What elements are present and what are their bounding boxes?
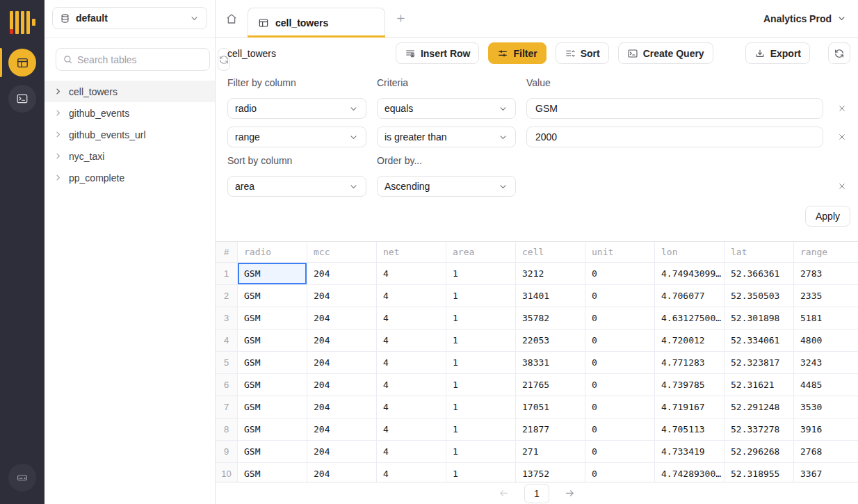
grid-header-mcc[interactable]: mcc [307,242,377,262]
row-number[interactable]: 9 [216,441,238,462]
remove-filter-2-button[interactable] [834,129,850,145]
grid-header-net[interactable]: net [377,242,446,262]
cell-radio[interactable]: GSM [238,352,307,373]
cell-lon[interactable]: 4.74289300… [655,463,725,482]
sidebar-item-github_events[interactable]: github_events [44,102,215,124]
filter-1-column-select[interactable]: radio [227,98,366,119]
cell-area[interactable]: 1 [446,418,516,440]
cell-range[interactable]: 2335 [794,285,858,307]
grid-header-radio[interactable]: radio [238,242,307,262]
grid-header-lon[interactable]: lon [655,242,725,262]
cell-area[interactable]: 1 [446,374,516,396]
cell-unit[interactable]: 0 [585,330,655,351]
cell-unit[interactable]: 0 [585,441,655,462]
cell-range[interactable]: 4800 [794,330,858,351]
cell-radio[interactable]: GSM [238,263,307,284]
cell-lon[interactable]: 4.706077 [655,285,725,307]
sidebar-item-pp_complete[interactable]: pp_complete [44,167,215,188]
cell-cell[interactable]: 17051 [516,396,585,418]
cell-radio[interactable]: GSM [238,307,307,329]
remove-filter-1-button[interactable] [834,100,850,117]
cell-radio[interactable]: GSM [238,374,307,396]
remove-sort-button[interactable] [834,178,850,195]
row-number[interactable]: 7 [216,396,238,418]
cell-mcc[interactable]: 204 [307,330,377,351]
cell-unit[interactable]: 0 [585,418,655,440]
filter-button[interactable]: Filter [488,42,546,64]
cell-area[interactable]: 1 [446,463,516,482]
cell-mcc[interactable]: 204 [307,441,377,462]
cell-cell[interactable]: 38331 [516,352,585,373]
cell-range[interactable]: 2768 [794,441,858,462]
next-page-button[interactable] [564,487,576,499]
cell-area[interactable]: 1 [446,285,516,307]
cell-cell[interactable]: 35782 [516,307,585,329]
cell-lon[interactable]: 4.771283 [655,352,725,373]
home-button[interactable] [225,13,238,25]
cell-cell[interactable]: 271 [516,441,585,462]
row-number[interactable]: 5 [216,352,238,373]
cell-cell[interactable]: 21877 [516,418,585,440]
grid-header-cell[interactable]: cell [516,242,585,262]
row-number[interactable]: 2 [216,285,238,307]
cell-mcc[interactable]: 204 [307,285,377,307]
sort-column-select[interactable]: area [227,176,366,197]
page-number[interactable]: 1 [524,484,549,503]
row-number[interactable]: 10 [216,463,238,482]
cell-net[interactable]: 4 [377,418,446,440]
export-button[interactable]: Export [745,42,810,64]
sidebar-item-nyc_taxi[interactable]: nyc_taxi [44,145,215,167]
cell-lat[interactable]: 52.318955 [725,463,794,482]
cell-area[interactable]: 1 [446,263,516,284]
create-query-button[interactable]: Create Query [618,42,713,64]
row-number[interactable]: 6 [216,374,238,396]
cell-range[interactable]: 2783 [794,263,858,284]
new-tab-button[interactable] [395,13,407,24]
cell-radio[interactable]: GSM [238,330,307,351]
apply-button[interactable]: Apply [805,206,850,227]
cell-mcc[interactable]: 204 [307,463,377,482]
cell-lat[interactable]: 52.296268 [725,441,794,462]
cell-unit[interactable]: 0 [585,463,655,482]
cell-mcc[interactable]: 204 [307,352,377,373]
cell-lat[interactable]: 52.291248 [725,396,794,418]
cell-net[interactable]: 4 [377,463,446,482]
cell-mcc[interactable]: 204 [307,374,377,396]
row-number[interactable]: 1 [216,263,238,284]
insert-row-button[interactable]: Insert Row [396,42,480,64]
cell-radio[interactable]: GSM [238,418,307,440]
sort-order-select[interactable]: Ascending [377,176,516,197]
row-number[interactable]: 4 [216,330,238,351]
cell-lat[interactable]: 52.334061 [725,330,794,351]
cell-net[interactable]: 4 [377,307,446,329]
cell-area[interactable]: 1 [446,352,516,373]
sidebar-item-cell_towers[interactable]: cell_towers [44,81,215,102]
grid-header-unit[interactable]: unit [585,242,655,262]
cell-lon[interactable]: 4.74943099… [655,263,725,284]
filter-2-criteria-select[interactable]: is greater than [377,127,516,147]
cell-unit[interactable]: 0 [585,263,655,284]
filter-1-criteria-select[interactable]: equals [377,98,516,119]
cell-net[interactable]: 4 [377,441,446,462]
workspace-select[interactable]: Analytics Prod [763,13,847,24]
cell-unit[interactable]: 0 [585,307,655,329]
cell-net[interactable]: 4 [377,263,446,284]
cell-mcc[interactable]: 204 [307,396,377,418]
cell-range[interactable]: 3530 [794,396,858,418]
cell-lon[interactable]: 4.63127500… [655,307,725,329]
cell-lat[interactable]: 52.350503 [725,285,794,307]
cell-cell[interactable]: 31401 [516,285,585,307]
cell-range[interactable]: 5181 [794,307,858,329]
sidebar-item-github_events_url[interactable]: github_events_url [44,124,215,145]
search-tables-box[interactable] [56,48,210,71]
cell-cell[interactable]: 22053 [516,330,585,351]
database-select[interactable]: default [52,7,207,29]
cell-net[interactable]: 4 [377,396,446,418]
cell-lat[interactable]: 52.31621 [725,374,794,396]
cell-area[interactable]: 1 [446,307,516,329]
previous-page-button[interactable] [498,487,510,499]
cell-lon[interactable]: 4.739785 [655,374,725,396]
cell-net[interactable]: 4 [377,285,446,307]
cell-lat[interactable]: 52.366361 [725,263,794,284]
cell-net[interactable]: 4 [377,352,446,373]
